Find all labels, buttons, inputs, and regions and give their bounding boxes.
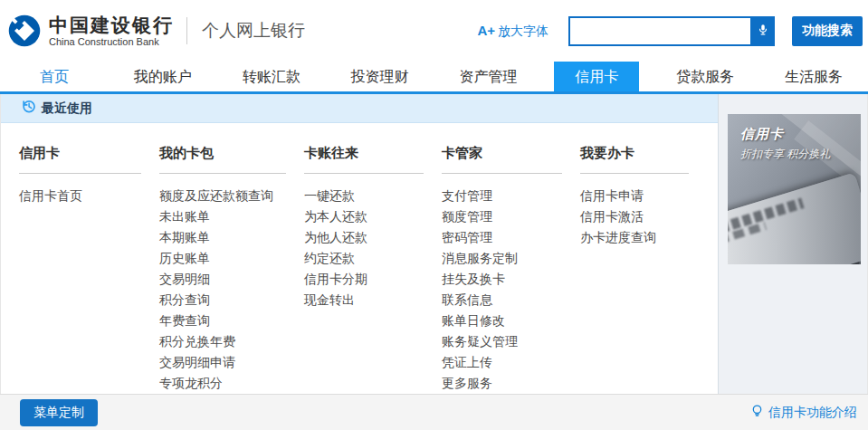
bank-name-en: China Construction Bank (49, 36, 174, 47)
menu-item[interactable]: 支付管理 (442, 186, 580, 206)
menu-item[interactable]: 密码管理 (442, 227, 580, 248)
column-title: 我的卡包 (159, 145, 286, 174)
tab-life-services[interactable]: 生活服务 (759, 62, 868, 91)
footer-bar: 菜单定制 信用卡功能介绍 (0, 394, 868, 430)
tab-asset-management[interactable]: 资产管理 (434, 62, 543, 91)
menu-item[interactable]: 更多服务 (442, 373, 580, 394)
menu-item[interactable]: 联系信息 (442, 290, 580, 311)
menu-item[interactable]: 本期账单 (159, 227, 304, 248)
bank-logo-icon (7, 14, 42, 48)
voice-search-button[interactable] (750, 16, 775, 46)
menu-item[interactable]: 办卡进度查询 (580, 227, 707, 248)
menu-item[interactable]: 信用卡申请 (580, 186, 707, 206)
portal-title: 个人网上银行 (202, 19, 305, 43)
menu-item[interactable]: 挂失及换卡 (442, 269, 580, 290)
menu-item[interactable]: 账务疑义管理 (442, 331, 580, 352)
menu-column-credit-card: 信用卡 信用卡首页 (19, 145, 159, 394)
credit-card-megamenu: 最近使用 信用卡 信用卡首页 我的卡包 额度及应还款额查询 未出账单 本期账单 … (1, 94, 718, 394)
menu-item[interactable]: 为他人还款 (304, 227, 442, 248)
function-search-button[interactable]: 功能搜索 (792, 16, 863, 46)
main-nav: 首页 我的账户 转账汇款 投资理财 资产管理 信用卡 贷款服务 生活服务 (0, 62, 868, 94)
menu-item[interactable]: 额度及应还款额查询 (159, 186, 304, 206)
bank-name-block: 中国建设银行 China Construction Bank (49, 14, 174, 47)
promo-banner[interactable]: 信用卡 折扣专享 积分换礼 (728, 114, 861, 264)
menu-item[interactable]: 交易明细 (159, 269, 304, 290)
menu-item[interactable]: 年费查询 (159, 311, 304, 331)
menu-item[interactable]: 一键还款 (304, 186, 442, 206)
menu-customize-button[interactable]: 菜单定制 (20, 399, 98, 426)
tab-home[interactable]: 首页 (0, 62, 109, 91)
bank-name-cn: 中国建设银行 (49, 14, 174, 35)
side-panel: 信用卡 折扣专享 积分换礼 (718, 94, 867, 394)
column-title: 卡管家 (442, 145, 562, 174)
search-input[interactable] (568, 16, 750, 46)
recently-used-bar: 最近使用 (1, 94, 718, 123)
header-right: A+放大字体 功能搜索 (477, 16, 868, 46)
tab-investment[interactable]: 投资理财 (326, 62, 434, 91)
tab-loan-services[interactable]: 贷款服务 (651, 62, 759, 91)
menu-item[interactable]: 额度管理 (442, 206, 580, 227)
main-area: 最近使用 信用卡 信用卡首页 我的卡包 额度及应还款额查询 未出账单 本期账单 … (0, 94, 868, 394)
menu-item[interactable]: 历史账单 (159, 248, 304, 269)
menu-column-my-cards: 我的卡包 额度及应还款额查询 未出账单 本期账单 历史账单 交易明细 积分查询 … (159, 145, 304, 394)
menu-item[interactable]: 交易明细申请 (159, 352, 304, 373)
column-title: 卡账往来 (304, 145, 424, 174)
banner-title: 信用卡 (740, 126, 784, 143)
credit-card-intro-link[interactable]: 信用卡功能介绍 (750, 404, 857, 422)
menu-columns: 信用卡 信用卡首页 我的卡包 额度及应还款额查询 未出账单 本期账单 历史账单 … (1, 123, 718, 394)
history-icon (21, 99, 42, 118)
credit-card-intro-label: 信用卡功能介绍 (768, 405, 857, 421)
recently-used-label: 最近使用 (42, 100, 92, 117)
tab-credit-card[interactable]: 信用卡 (542, 62, 651, 91)
menu-column-card-manager: 卡管家 支付管理 额度管理 密码管理 消息服务定制 挂失及换卡 联系信息 账单日… (442, 145, 580, 394)
menu-item[interactable]: 积分查询 (159, 290, 304, 311)
menu-item[interactable]: 信用卡激活 (580, 206, 707, 227)
column-title: 信用卡 (19, 145, 141, 174)
search-group (568, 16, 775, 46)
font-zoom-label: 放大字体 (498, 24, 548, 38)
banner-subtitle: 折扣专享 积分换礼 (740, 147, 830, 162)
header: 中国建设银行 China Construction Bank 个人网上银行 A+… (0, 0, 868, 62)
tab-transfer-remit[interactable]: 转账汇款 (217, 62, 326, 91)
font-zoom-link[interactable]: A+放大字体 (477, 23, 548, 40)
menu-item[interactable]: 信用卡分期 (304, 269, 442, 290)
menu-item[interactable]: 消息服务定制 (442, 248, 580, 269)
menu-item[interactable]: 账单日修改 (442, 311, 580, 331)
menu-item[interactable]: 积分兑换年费 (159, 331, 304, 352)
column-title: 我要办卡 (580, 145, 689, 174)
menu-item[interactable]: 为本人还款 (304, 206, 442, 227)
menu-item[interactable]: 未出账单 (159, 206, 304, 227)
menu-item[interactable]: 现金转出 (304, 290, 442, 311)
menu-column-apply-card: 我要办卡 信用卡申请 信用卡激活 办卡进度查询 (580, 145, 707, 394)
menu-item[interactable]: 专项龙积分 (159, 373, 304, 394)
menu-item[interactable]: 约定还款 (304, 248, 442, 269)
microphone-icon (757, 22, 769, 41)
font-zoom-a-plus: A+ (477, 23, 495, 38)
menu-item[interactable]: 凭证上传 (442, 352, 580, 373)
menu-item[interactable]: 信用卡首页 (19, 186, 159, 206)
menu-column-card-transactions: 卡账往来 一键还款 为本人还款 为他人还款 约定还款 信用卡分期 现金转出 (304, 145, 442, 394)
lightbulb-icon (750, 404, 764, 422)
header-divider (186, 17, 187, 44)
tab-my-accounts[interactable]: 我的账户 (109, 62, 217, 91)
